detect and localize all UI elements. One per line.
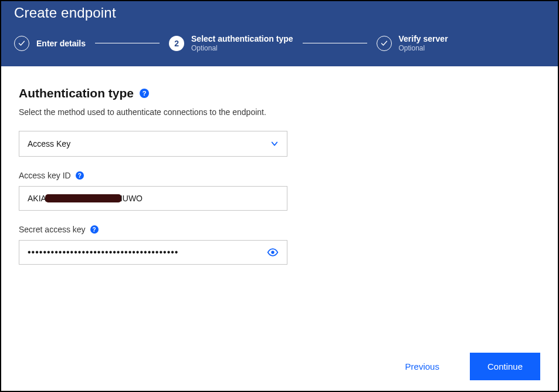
step-label: Select authentication type <box>191 34 293 43</box>
step-number-icon: 2 <box>169 36 184 51</box>
continue-button[interactable]: Continue <box>470 353 540 380</box>
progress-stepper: Enter details 2 Select authentication ty… <box>14 34 545 52</box>
auth-type-field: Access Key <box>19 131 287 157</box>
wizard-header: Create endpoint Enter details 2 Select a… <box>1 1 558 66</box>
auth-type-select[interactable]: Access Key <box>19 131 287 157</box>
toggle-visibility-button[interactable] <box>265 244 281 261</box>
select-value: Access Key <box>28 139 270 148</box>
step-number: 2 <box>174 39 179 48</box>
step-enter-details[interactable]: Enter details <box>14 36 86 51</box>
previous-button[interactable]: Previous <box>401 354 444 379</box>
help-icon[interactable]: ? <box>140 89 149 98</box>
form-content: Authentication type ? Select the method … <box>1 66 558 342</box>
section-title: Authentication type <box>19 86 134 100</box>
step-sublabel: Optional <box>399 44 448 52</box>
help-icon[interactable]: ? <box>76 171 84 180</box>
help-icon[interactable]: ? <box>90 225 99 234</box>
chevron-down-icon <box>270 140 279 148</box>
field-label: Access key ID <box>19 171 71 180</box>
step-connector <box>95 43 160 43</box>
access-key-id-input[interactable]: AKIA IUWO <box>19 186 287 211</box>
secret-access-key-field: Secret access key ? ••••••••••••••••••••… <box>19 225 287 265</box>
step-verify-server[interactable]: Verify server Optional <box>377 34 448 52</box>
value-suffix: IUWO <box>120 194 143 203</box>
page-title: Create endpoint <box>14 5 545 21</box>
wizard-footer: Previous Continue <box>1 342 558 391</box>
step-label: Enter details <box>36 39 86 48</box>
check-icon <box>14 36 29 51</box>
value-prefix: AKIA <box>28 194 46 203</box>
access-key-id-field: Access key ID ? AKIA IUWO <box>19 171 287 211</box>
step-select-auth-type[interactable]: 2 Select authentication type Optional <box>169 34 293 52</box>
step-label: Verify server <box>399 34 448 43</box>
redacted-value: AKIA IUWO <box>28 194 279 203</box>
secret-access-key-input[interactable]: ••••••••••••••••••••••••••••••••••••••• <box>19 240 287 265</box>
eye-icon <box>267 246 279 258</box>
section-description: Select the method used to authenticate c… <box>19 107 540 117</box>
redaction-bar <box>45 194 121 202</box>
step-sublabel: Optional <box>191 44 293 52</box>
svg-point-0 <box>271 251 274 254</box>
field-label: Secret access key <box>19 225 86 234</box>
check-icon <box>377 36 392 51</box>
masked-value: ••••••••••••••••••••••••••••••••••••••• <box>28 247 279 258</box>
section-header: Authentication type ? <box>19 86 540 100</box>
step-connector <box>303 43 367 43</box>
